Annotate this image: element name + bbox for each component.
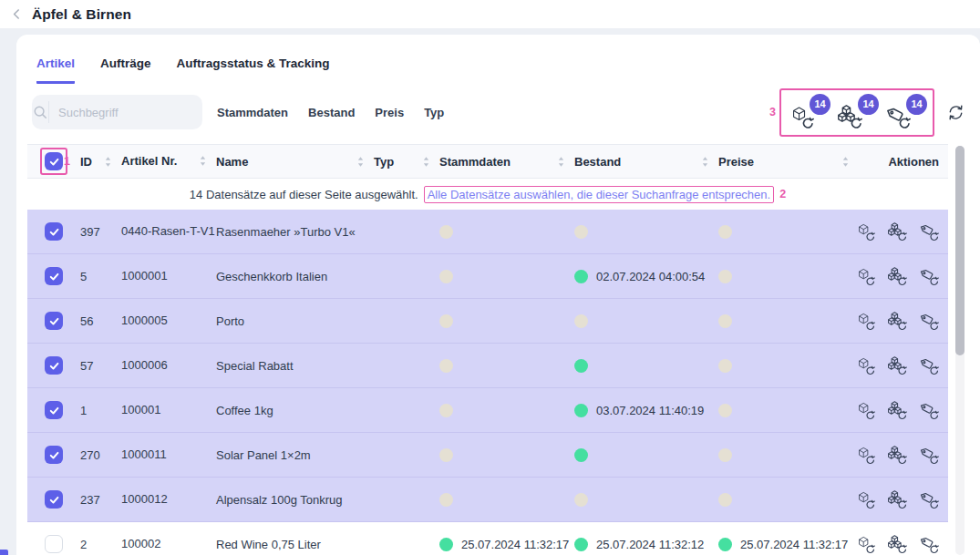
row-sync-stammdaten-button[interactable] bbox=[856, 312, 875, 331]
back-button[interactable] bbox=[8, 6, 25, 23]
sort-icon[interactable] bbox=[422, 155, 430, 169]
row-checkbox[interactable] bbox=[45, 535, 63, 553]
row-sync-preise-button[interactable] bbox=[920, 446, 939, 465]
tab-auftragsstatus-tracking[interactable]: Auftragsstatus & Tracking bbox=[177, 57, 330, 84]
search-input[interactable] bbox=[49, 106, 202, 119]
refresh-button[interactable] bbox=[946, 103, 965, 122]
select-all-checkbox[interactable] bbox=[45, 152, 63, 170]
row-checkbox[interactable] bbox=[45, 490, 63, 509]
row-checkbox[interactable] bbox=[45, 356, 63, 375]
row-checkbox[interactable] bbox=[45, 312, 63, 330]
row-bestand bbox=[574, 493, 718, 507]
sort-icon[interactable] bbox=[701, 155, 709, 169]
status-dot bbox=[574, 404, 588, 417]
filter-preis[interactable]: Preis bbox=[375, 106, 404, 119]
row-sync-preise-button[interactable] bbox=[920, 401, 939, 420]
row-checkbox[interactable] bbox=[45, 222, 63, 241]
sync-stammdaten-button[interactable]: 14 bbox=[789, 95, 828, 129]
filter-stammdaten[interactable]: Stammdaten bbox=[217, 106, 288, 119]
toolbar: Stammdaten Bestand Preis Typ 3 14 14 14 bbox=[32, 91, 965, 133]
row-checkbox[interactable] bbox=[45, 267, 63, 285]
row-id: 5 bbox=[80, 270, 121, 283]
row-stammdaten bbox=[439, 270, 574, 283]
row-sync-preise-button[interactable] bbox=[920, 312, 939, 331]
sort-icon[interactable] bbox=[841, 155, 850, 169]
status-date: 25.07.2024 11:32:17 bbox=[461, 538, 569, 551]
row-id: 56 bbox=[80, 314, 121, 328]
status-dot bbox=[439, 538, 453, 551]
row-stammdaten bbox=[439, 493, 574, 507]
col-preise: Preise bbox=[718, 155, 754, 169]
select-all-matching-link[interactable]: Alle Datensätze auswählen, die dieser Su… bbox=[428, 188, 771, 201]
row-sync-bestand-button[interactable] bbox=[888, 267, 907, 286]
annotation-label-3: 3 bbox=[769, 106, 776, 118]
tag-sync-icon bbox=[920, 267, 939, 286]
row-sync-bestand-button[interactable] bbox=[888, 401, 907, 420]
row-artikel-nr: 1000011 bbox=[121, 447, 216, 463]
row-sync-bestand-button[interactable] bbox=[888, 535, 907, 554]
tab-artikel[interactable]: Artikel bbox=[36, 57, 75, 84]
sort-icon[interactable] bbox=[557, 155, 565, 169]
sync-preise-button[interactable]: 14 bbox=[886, 95, 924, 129]
box-sync-icon bbox=[856, 267, 875, 286]
row-sync-stammdaten-button[interactable] bbox=[856, 401, 875, 420]
row-name: Red Wine 0,75 Liter bbox=[216, 538, 374, 551]
table-row: 270 1000011 Solar Panel 1×2m bbox=[27, 433, 948, 478]
row-sync-preise-button[interactable] bbox=[920, 356, 939, 375]
scrollbar-thumb[interactable] bbox=[955, 146, 965, 355]
filter-typ[interactable]: Typ bbox=[424, 106, 444, 119]
box-sync-icon bbox=[856, 222, 875, 242]
row-bestand: 03.07.2024 11:40:19 bbox=[574, 404, 718, 417]
row-preise bbox=[718, 404, 859, 417]
status-dot bbox=[439, 314, 453, 328]
filter-bestand[interactable]: Bestand bbox=[308, 106, 355, 119]
status-dot bbox=[574, 314, 588, 328]
status-dot bbox=[574, 538, 588, 551]
status-dot bbox=[439, 225, 453, 239]
tab-bar: Artikel Aufträge Auftragsstatus & Tracki… bbox=[36, 35, 330, 84]
row-sync-bestand-button[interactable] bbox=[888, 356, 907, 375]
box-sync-icon bbox=[856, 356, 875, 375]
status-dot bbox=[718, 493, 732, 507]
row-checkbox[interactable] bbox=[45, 401, 63, 419]
row-preise bbox=[718, 493, 859, 507]
annotation-label-1: 1 bbox=[64, 155, 70, 168]
sync-bestand-button[interactable]: 14 bbox=[838, 95, 876, 129]
row-sync-bestand-button[interactable] bbox=[888, 222, 907, 242]
box-sync-icon bbox=[856, 535, 875, 554]
row-sync-stammdaten-button[interactable] bbox=[856, 267, 875, 286]
annotation-box-2: Alle Datensätze auswählen, die dieser Su… bbox=[424, 186, 775, 203]
row-sync-bestand-button[interactable] bbox=[888, 312, 907, 331]
sort-icon[interactable] bbox=[199, 154, 207, 168]
row-bestand bbox=[574, 314, 718, 328]
row-sync-preise-button[interactable] bbox=[920, 267, 939, 286]
sort-icon[interactable] bbox=[356, 155, 365, 169]
sort-icon[interactable] bbox=[104, 155, 112, 169]
chevron-left-icon bbox=[10, 7, 24, 21]
table-row: 397 0440-Rasen-T-V1 Rasenmaeher »Turbo V… bbox=[27, 210, 948, 254]
row-sync-stammdaten-button[interactable] bbox=[856, 446, 875, 465]
status-dot bbox=[439, 270, 453, 283]
row-sync-stammdaten-button[interactable] bbox=[856, 222, 875, 242]
row-sync-bestand-button[interactable] bbox=[888, 446, 907, 465]
boxes-sync-icon bbox=[888, 446, 907, 465]
row-checkbox[interactable] bbox=[45, 446, 63, 464]
row-name: Rasenmaeher »Turbo V1« bbox=[216, 225, 374, 239]
table-row: 237 1000012 Alpensalz 100g Tonkrug bbox=[27, 478, 948, 522]
row-sync-preise-button[interactable] bbox=[920, 535, 939, 554]
row-sync-bestand-button[interactable] bbox=[888, 490, 907, 509]
row-preise bbox=[718, 359, 859, 373]
status-dot bbox=[439, 359, 453, 373]
row-sync-stammdaten-button[interactable] bbox=[856, 356, 875, 375]
row-name: Geschenkkorb Italien bbox=[216, 270, 374, 283]
row-stammdaten bbox=[439, 404, 574, 417]
status-date: 02.07.2024 04:00:54 bbox=[596, 270, 705, 283]
row-sync-stammdaten-button[interactable] bbox=[856, 535, 875, 554]
row-sync-stammdaten-button[interactable] bbox=[856, 490, 875, 509]
row-sync-preise-button[interactable] bbox=[920, 222, 939, 242]
row-id: 2 bbox=[80, 538, 121, 551]
tab-auftraege[interactable]: Aufträge bbox=[100, 57, 151, 84]
row-sync-preise-button[interactable] bbox=[920, 490, 939, 509]
tag-sync-icon bbox=[920, 535, 939, 554]
row-preise bbox=[718, 314, 859, 328]
